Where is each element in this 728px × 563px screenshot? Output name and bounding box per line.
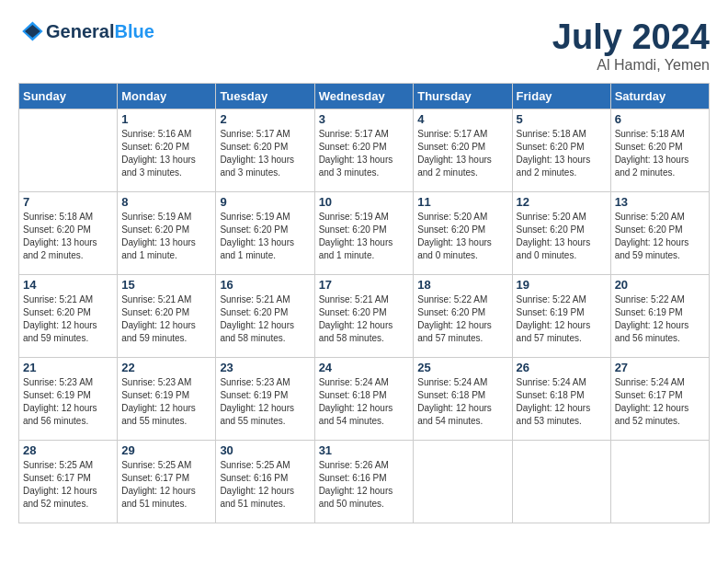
day-info: Sunrise: 5:21 AM Sunset: 6:20 PM Dayligh… [121, 293, 211, 345]
calendar-cell [19, 109, 118, 191]
day-info: Sunrise: 5:21 AM Sunset: 6:20 PM Dayligh… [220, 293, 310, 345]
calendar-cell: 8Sunrise: 5:19 AM Sunset: 6:20 PM Daylig… [118, 191, 216, 274]
calendar-cell [512, 440, 610, 523]
day-number: 4 [417, 112, 507, 126]
day-info: Sunrise: 5:22 AM Sunset: 6:19 PM Dayligh… [615, 293, 705, 345]
day-info: Sunrise: 5:20 AM Sunset: 6:20 PM Dayligh… [517, 211, 607, 262]
calendar-cell: 28Sunrise: 5:25 AM Sunset: 6:17 PM Dayli… [19, 440, 118, 523]
day-number: 24 [319, 361, 410, 374]
calendar-cell: 20Sunrise: 5:22 AM Sunset: 6:19 PM Dayli… [610, 274, 709, 357]
day-info: Sunrise: 5:24 AM Sunset: 6:18 PM Dayligh… [517, 376, 607, 428]
day-info: Sunrise: 5:17 AM Sunset: 6:20 PM Dayligh… [220, 128, 310, 179]
day-info: Sunrise: 5:19 AM Sunset: 6:20 PM Dayligh… [319, 211, 410, 262]
title-area: July 2024 Al Hamdi, Yemen [552, 18, 710, 74]
day-info: Sunrise: 5:23 AM Sunset: 6:19 PM Dayligh… [220, 376, 310, 428]
day-number: 26 [517, 361, 607, 374]
day-info: Sunrise: 5:18 AM Sunset: 6:20 PM Dayligh… [23, 211, 113, 262]
column-header-saturday: Saturday [610, 83, 709, 109]
day-number: 1 [121, 112, 211, 126]
logo-icon [18, 18, 44, 44]
day-number: 31 [319, 443, 410, 457]
day-number: 23 [220, 361, 310, 374]
day-info: Sunrise: 5:23 AM Sunset: 6:19 PM Dayligh… [121, 376, 211, 428]
day-info: Sunrise: 5:18 AM Sunset: 6:20 PM Dayligh… [615, 128, 705, 179]
calendar-cell: 9Sunrise: 5:19 AM Sunset: 6:20 PM Daylig… [216, 191, 314, 274]
calendar-cell: 17Sunrise: 5:21 AM Sunset: 6:20 PM Dayli… [314, 274, 414, 357]
day-info: Sunrise: 5:19 AM Sunset: 6:20 PM Dayligh… [220, 211, 310, 262]
day-number: 27 [615, 361, 705, 374]
header-row: SundayMondayTuesdayWednesdayThursdayFrid… [19, 83, 710, 109]
calendar-cell: 7Sunrise: 5:18 AM Sunset: 6:20 PM Daylig… [19, 191, 118, 274]
calendar-cell: 2Sunrise: 5:17 AM Sunset: 6:20 PM Daylig… [216, 109, 314, 191]
column-header-tuesday: Tuesday [216, 83, 314, 109]
calendar-cell: 4Sunrise: 5:17 AM Sunset: 6:20 PM Daylig… [414, 109, 512, 191]
week-row-1: 1Sunrise: 5:16 AM Sunset: 6:20 PM Daylig… [19, 109, 710, 191]
day-info: Sunrise: 5:26 AM Sunset: 6:16 PM Dayligh… [319, 459, 410, 511]
calendar-cell: 26Sunrise: 5:24 AM Sunset: 6:18 PM Dayli… [512, 357, 610, 440]
day-number: 30 [220, 443, 310, 457]
calendar-cell: 3Sunrise: 5:17 AM Sunset: 6:20 PM Daylig… [314, 109, 414, 191]
calendar-cell: 16Sunrise: 5:21 AM Sunset: 6:20 PM Dayli… [216, 274, 314, 357]
calendar-cell: 6Sunrise: 5:18 AM Sunset: 6:20 PM Daylig… [610, 109, 709, 191]
day-number: 12 [517, 195, 607, 209]
day-info: Sunrise: 5:25 AM Sunset: 6:16 PM Dayligh… [220, 459, 310, 511]
day-info: Sunrise: 5:17 AM Sunset: 6:20 PM Dayligh… [319, 128, 410, 179]
month-title: July 2024 [552, 18, 710, 57]
day-number: 7 [23, 195, 113, 209]
day-number: 9 [220, 195, 310, 209]
day-info: Sunrise: 5:24 AM Sunset: 6:17 PM Dayligh… [615, 376, 705, 428]
calendar-table: SundayMondayTuesdayWednesdayThursdayFrid… [18, 83, 710, 523]
location-title: Al Hamdi, Yemen [552, 57, 710, 74]
day-number: 3 [319, 112, 410, 126]
day-number: 16 [220, 278, 310, 292]
calendar-cell: 1Sunrise: 5:16 AM Sunset: 6:20 PM Daylig… [118, 109, 216, 191]
calendar-cell: 27Sunrise: 5:24 AM Sunset: 6:17 PM Dayli… [610, 357, 709, 440]
day-number: 15 [121, 278, 211, 292]
day-number: 29 [121, 443, 211, 457]
day-number: 25 [417, 361, 507, 374]
day-info: Sunrise: 5:25 AM Sunset: 6:17 PM Dayligh… [23, 459, 113, 511]
calendar-cell: 19Sunrise: 5:22 AM Sunset: 6:19 PM Dayli… [512, 274, 610, 357]
calendar-cell: 23Sunrise: 5:23 AM Sunset: 6:19 PM Dayli… [216, 357, 314, 440]
day-info: Sunrise: 5:16 AM Sunset: 6:20 PM Dayligh… [121, 128, 211, 179]
day-number: 22 [121, 361, 211, 374]
logo-line1: General [46, 21, 114, 41]
calendar-cell: 25Sunrise: 5:24 AM Sunset: 6:18 PM Dayli… [414, 357, 512, 440]
calendar-cell: 22Sunrise: 5:23 AM Sunset: 6:19 PM Dayli… [118, 357, 216, 440]
day-number: 28 [23, 443, 113, 457]
week-row-5: 28Sunrise: 5:25 AM Sunset: 6:17 PM Dayli… [19, 440, 710, 523]
column-header-sunday: Sunday [19, 83, 118, 109]
day-number: 2 [220, 112, 310, 126]
column-header-wednesday: Wednesday [314, 83, 414, 109]
header: GeneralBlue July 2024 Al Hamdi, Yemen [18, 18, 710, 74]
calendar-cell: 29Sunrise: 5:25 AM Sunset: 6:17 PM Dayli… [118, 440, 216, 523]
calendar-cell [610, 440, 709, 523]
column-header-thursday: Thursday [414, 83, 512, 109]
column-header-monday: Monday [118, 83, 216, 109]
day-number: 18 [417, 278, 507, 292]
day-info: Sunrise: 5:22 AM Sunset: 6:20 PM Dayligh… [417, 293, 507, 345]
day-info: Sunrise: 5:17 AM Sunset: 6:20 PM Dayligh… [417, 128, 507, 179]
week-row-2: 7Sunrise: 5:18 AM Sunset: 6:20 PM Daylig… [19, 191, 710, 274]
calendar-cell: 14Sunrise: 5:21 AM Sunset: 6:20 PM Dayli… [19, 274, 118, 357]
day-number: 17 [319, 278, 410, 292]
day-number: 14 [23, 278, 113, 292]
week-row-4: 21Sunrise: 5:23 AM Sunset: 6:19 PM Dayli… [19, 357, 710, 440]
day-number: 8 [121, 195, 211, 209]
calendar-cell: 21Sunrise: 5:23 AM Sunset: 6:19 PM Dayli… [19, 357, 118, 440]
calendar-cell: 31Sunrise: 5:26 AM Sunset: 6:16 PM Dayli… [314, 440, 414, 523]
day-number: 21 [23, 361, 113, 374]
day-info: Sunrise: 5:24 AM Sunset: 6:18 PM Dayligh… [417, 376, 507, 428]
calendar-cell: 15Sunrise: 5:21 AM Sunset: 6:20 PM Dayli… [118, 274, 216, 357]
day-number: 11 [417, 195, 507, 209]
calendar-cell [414, 440, 512, 523]
day-info: Sunrise: 5:25 AM Sunset: 6:17 PM Dayligh… [121, 459, 211, 511]
calendar-cell: 11Sunrise: 5:20 AM Sunset: 6:20 PM Dayli… [414, 191, 512, 274]
day-info: Sunrise: 5:22 AM Sunset: 6:19 PM Dayligh… [517, 293, 607, 345]
day-info: Sunrise: 5:21 AM Sunset: 6:20 PM Dayligh… [23, 293, 113, 345]
column-header-friday: Friday [512, 83, 610, 109]
day-info: Sunrise: 5:19 AM Sunset: 6:20 PM Dayligh… [121, 211, 211, 262]
week-row-3: 14Sunrise: 5:21 AM Sunset: 6:20 PM Dayli… [19, 274, 710, 357]
calendar-cell: 5Sunrise: 5:18 AM Sunset: 6:20 PM Daylig… [512, 109, 610, 191]
calendar-cell: 18Sunrise: 5:22 AM Sunset: 6:20 PM Dayli… [414, 274, 512, 357]
